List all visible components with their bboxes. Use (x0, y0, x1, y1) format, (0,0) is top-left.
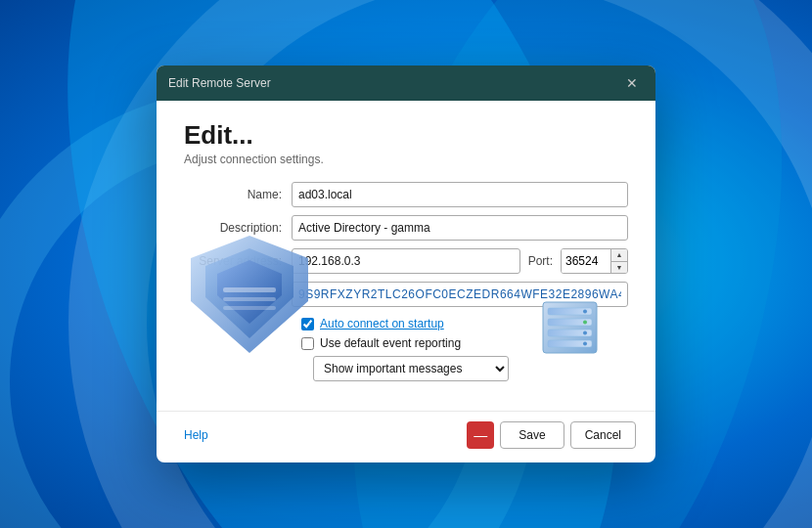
cancel-button[interactable]: Cancel (570, 421, 636, 449)
delete-button[interactable]: — (467, 421, 494, 449)
name-input[interactable] (292, 182, 628, 207)
description-label: Description: (184, 221, 292, 235)
title-bar: Edit Remote Server ✕ (157, 66, 655, 101)
use-default-label[interactable]: Use default event reporting (320, 336, 461, 350)
server-address-row: Server address: Port: ▲ ▼ (184, 248, 628, 274)
description-input[interactable] (292, 215, 628, 241)
svg-point-8 (583, 310, 587, 314)
description-row: Description: (184, 215, 628, 241)
name-label: Name: (184, 188, 292, 201)
server-address-input[interactable] (292, 248, 520, 274)
server-illustration (538, 294, 607, 353)
help-link[interactable]: Help (184, 428, 208, 442)
dropdown-row: Show important messages Show all message… (184, 356, 628, 381)
port-decrement-button[interactable]: ▼ (611, 261, 627, 274)
port-field: ▲ ▼ (561, 248, 628, 274)
delete-icon: — (474, 427, 487, 443)
message-filter-dropdown[interactable]: Show important messages Show all message… (313, 356, 509, 381)
svg-point-9 (583, 321, 587, 325)
name-row: Name: (184, 182, 628, 207)
use-default-checkbox[interactable] (301, 337, 314, 350)
port-input[interactable] (562, 249, 610, 273)
svg-point-11 (583, 342, 587, 346)
page-subtitle: Adjust connection settings. (184, 153, 628, 166)
decorative-dashes: · · · · · · · (308, 318, 382, 329)
port-increment-button[interactable]: ▲ (611, 249, 627, 261)
dialog-header: Edit... Adjust connection settings. (184, 120, 628, 166)
server-address-label: Server address: (184, 254, 292, 268)
access-key-label: Access key: (184, 287, 292, 301)
page-title: Edit... (184, 120, 628, 151)
dialog-overlay: Edit Remote Server ✕ Edit... Adjust conn… (0, 0, 812, 528)
port-spinners: ▲ ▼ (610, 249, 627, 273)
dialog-title-bar-label: Edit Remote Server (168, 76, 271, 90)
close-button[interactable]: ✕ (620, 71, 644, 95)
dialog-footer: Help — Save Cancel (157, 411, 655, 462)
footer-right: — Save Cancel (467, 421, 636, 449)
footer-left: Help (184, 428, 208, 442)
edit-remote-server-dialog: Edit Remote Server ✕ Edit... Adjust conn… (157, 66, 655, 462)
dialog-content: Edit... Adjust connection settings. Name… (157, 101, 655, 407)
save-button[interactable]: Save (500, 421, 564, 449)
port-label: Port: (528, 254, 553, 268)
svg-point-10 (583, 331, 587, 335)
